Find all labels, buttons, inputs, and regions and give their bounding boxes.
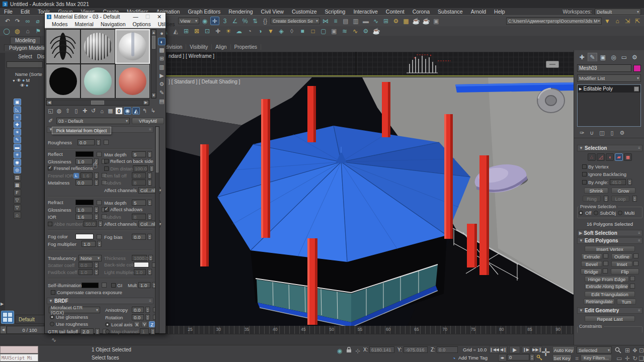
remove-modifier-icon[interactable]: ▯ [608,129,616,137]
spinner[interactable] [96,139,101,145]
show-end-result-icon[interactable]: ◭ [132,107,140,115]
spinner[interactable] [145,307,150,313]
tool-icon[interactable]: ▼ [266,27,275,35]
material-editor-menu-item[interactable]: Utilities [154,21,179,27]
create-tab[interactable]: ✚ [577,53,587,61]
backlight-icon[interactable]: ◐ [158,38,166,45]
spinner[interactable] [94,179,99,186]
viewport-main-label[interactable]: ] [ Standard ] [ Default Shading ] [169,79,240,84]
preview-multi-radio[interactable] [618,211,622,215]
eye-icon[interactable]: 👁 [20,83,25,88]
viewport-layout-icon[interactable] [1,311,14,324]
rollout-brdf[interactable]: ▼BRDF≡ [47,298,153,304]
schematic-view-icon[interactable]: ⊞ [381,17,390,25]
map-channel-field[interactable]: 1 [140,328,149,334]
sample-type-icon[interactable]: ● [158,29,166,37]
folder-icon[interactable]: ⌂ [14,212,21,219]
menu-item[interactable]: Civil View [257,9,288,15]
display-geometry-icon[interactable]: ◺ [14,106,21,113]
light-multiplier-field[interactable]: 1.0 [134,269,146,275]
spinner[interactable] [149,165,154,171]
polygon-mode-icon[interactable]: ▰ [615,153,623,161]
ribbon-tab[interactable]: Visibility [186,44,212,50]
isolate-selection-icon[interactable]: ◉ [335,346,344,355]
menu-item[interactable]: File [0,9,17,15]
affect-shadows-checkbox[interactable] [104,207,109,212]
reflect-color-swatch[interactable] [75,151,94,157]
spinner[interactable] [94,172,99,178]
spinner[interactable] [147,234,152,240]
ribbon-tab[interactable]: Properties [231,44,262,50]
delete-material-icon[interactable]: ▯ [72,107,80,115]
anisotropy-field[interactable]: 0.0 [132,307,144,313]
snap-3d-icon[interactable]: 3 [220,17,229,25]
render-production-icon[interactable]: ☕ [412,17,421,25]
gi-checkbox[interactable] [111,283,116,288]
scroll-down-icon[interactable]: ▼ [151,93,156,98]
rotation-field[interactable]: 0.0 [132,314,144,320]
material-map-navigator-icon[interactable]: ▤ [158,98,166,105]
show-end-result-icon[interactable]: ∪ [588,129,596,137]
pick-material-eyedropper-icon[interactable]: ✐ [47,117,54,125]
scroll-right-icon[interactable]: ▶ [143,100,149,105]
material-sample-slot[interactable] [80,29,115,64]
tool-icon[interactable]: ◈ [277,27,286,35]
rollout-edit-polygons[interactable]: ▼Edit Polygons≡ [577,237,642,244]
spinner[interactable] [94,207,99,213]
display-bones-icon[interactable]: ◉ [14,159,21,166]
map-slot[interactable] [97,200,102,205]
make-preview-icon[interactable]: ▶ [158,72,166,79]
abbe-checkbox[interactable] [48,222,52,226]
reflect-back-side-checkbox[interactable] [104,159,109,163]
tool-icon[interactable]: ◑ [256,27,265,35]
tool-icon[interactable]: ⊠ [192,27,201,35]
explorer-menu-select[interactable]: Select [18,54,32,59]
spinner[interactable] [147,179,152,186]
sample-tiling-icon[interactable]: ⊞ [158,55,166,62]
angle-snap-icon[interactable]: ∠ [230,17,239,25]
x-coordinate-field[interactable]: 6180.141 [369,346,394,353]
bevel-settings-icon[interactable] [603,261,608,266]
maxscript-mini-listener[interactable] [0,346,38,353]
percent-snap-icon[interactable]: % [240,17,250,25]
metalness-field[interactable]: 0.0 [75,179,93,186]
menu-item[interactable]: Arnold [467,9,490,15]
edit-triangulation-button[interactable]: Edit Triangulation [585,291,635,297]
extrude-button[interactable]: Extrude [581,253,602,259]
spinner[interactable] [94,262,99,268]
menu-item[interactable]: Rendering [224,9,257,15]
key-filters-button[interactable]: Key Filters... [581,354,612,361]
display-all-icon[interactable]: ▣ [14,99,21,106]
refract-color-swatch[interactable] [75,200,94,205]
viewport-main[interactable]: ] [ Standard ] [ Default Shading ] [166,77,574,326]
tool-icon[interactable]: ☕ [372,27,381,35]
hierarchy-tab[interactable]: ▣ [598,53,608,61]
video-color-check-icon[interactable]: ▥ [158,63,166,71]
fwdbck-field[interactable]: 1.0 [78,269,93,275]
spinner[interactable] [604,196,608,202]
viewport-top[interactable]: ndard ] [ Wireframe ] [166,52,574,76]
loop-button[interactable]: Loop [611,196,629,202]
tool-icon[interactable]: ⊞ [182,27,191,35]
frame-spinner[interactable] [530,354,534,361]
go-forward-sibling-icon[interactable]: ↳ [149,107,157,115]
spinner[interactable] [147,200,152,206]
menu-item[interactable]: Customize [288,9,321,15]
compensate-checkbox[interactable] [51,290,55,295]
named-selection-set-dropdown[interactable]: Create Selection Se [271,18,320,24]
spinner[interactable] [95,328,100,334]
expand-arrow-icon[interactable]: ▼ [12,79,16,82]
outline-button[interactable]: Outline [611,253,632,259]
material-sample-slot[interactable] [46,29,80,64]
ribbon-toggle-icon[interactable]: ▬ [361,17,370,25]
display-shapes-icon[interactable]: ≈ [14,114,21,121]
material-name-dropdown[interactable]: 03 - Default [56,118,130,124]
spinner[interactable] [147,269,152,275]
tool-icon[interactable]: ⊡ [203,27,212,35]
extrude-spline-settings-icon[interactable] [630,284,635,289]
use-roughness-radio[interactable] [50,322,54,326]
retriangulate-button[interactable]: Retriangulate [584,299,615,305]
viewport-top-label[interactable]: ndard ] [ Wireframe ] [169,53,214,59]
tool-icon[interactable]: ◯ [2,27,11,35]
insert-vertex-button[interactable]: Insert Vertex [585,246,635,252]
